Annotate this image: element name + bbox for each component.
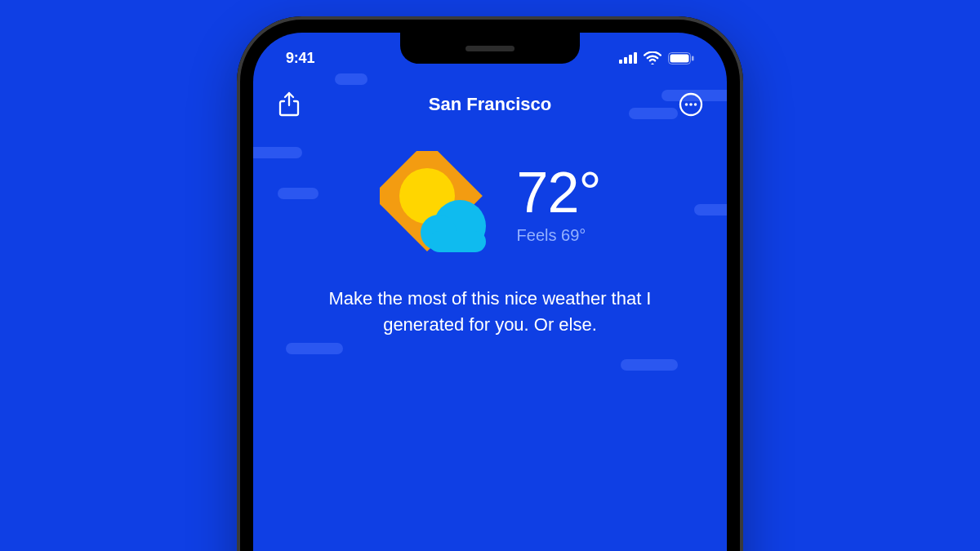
header: San Francisco xyxy=(253,90,727,119)
cloud-decoration xyxy=(286,343,343,354)
temperature-block: 72° Feels 69° xyxy=(517,164,601,245)
status-indicators xyxy=(619,51,694,64)
wifi-icon xyxy=(644,51,662,64)
cloud-decoration xyxy=(335,73,368,85)
svg-rect-0 xyxy=(619,60,622,64)
temperature: 72° xyxy=(517,164,601,221)
svg-point-8 xyxy=(685,103,688,106)
svg-point-10 xyxy=(694,103,697,106)
svg-rect-6 xyxy=(692,56,694,60)
notch xyxy=(400,33,580,64)
cloud-decoration xyxy=(621,359,678,371)
more-icon xyxy=(679,92,703,117)
more-button[interactable] xyxy=(676,90,706,119)
battery-icon xyxy=(668,52,694,64)
share-button[interactable] xyxy=(274,90,304,119)
svg-rect-2 xyxy=(629,55,632,64)
share-icon xyxy=(278,91,300,118)
svg-rect-5 xyxy=(670,54,689,62)
weather-summary: Make the most of this nice weather that … xyxy=(253,286,727,338)
status-time: 9:41 xyxy=(286,50,314,67)
phone-screen: 9:41 xyxy=(253,33,727,551)
feels-like: Feels 69° xyxy=(517,226,601,245)
signal-icon xyxy=(619,52,637,64)
weather-condition-icon xyxy=(380,151,494,257)
svg-rect-15 xyxy=(429,231,486,252)
svg-rect-1 xyxy=(624,57,627,64)
svg-rect-3 xyxy=(634,52,637,64)
svg-point-9 xyxy=(689,103,693,106)
location-title: San Francisco xyxy=(304,94,676,115)
phone-frame: 9:41 xyxy=(237,16,743,551)
weather-hero: 72° Feels 69° xyxy=(253,151,727,257)
